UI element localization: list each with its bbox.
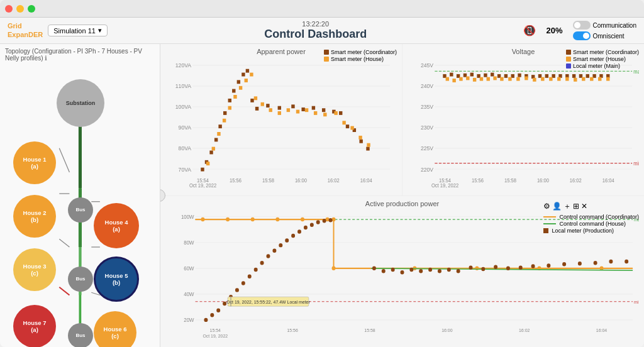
node-house1[interactable]: House 1 (a) [13, 141, 56, 184]
svg-rect-147 [590, 77, 593, 81]
svg-rect-61 [228, 106, 231, 110]
grid-icon[interactable]: ⊞ [573, 202, 579, 211]
svg-line-6 [59, 148, 69, 172]
svg-rect-148 [598, 77, 601, 81]
svg-point-173 [251, 217, 255, 221]
omniscient-toggle-row[interactable]: Omniscient [573, 31, 636, 40]
svg-rect-36 [218, 124, 221, 128]
omniscient-toggle[interactable] [573, 31, 591, 40]
close-button[interactable] [5, 5, 13, 13]
svg-rect-104 [450, 73, 453, 77]
svg-rect-63 [239, 86, 242, 90]
bottom-charts-row: Active production power ⚙ 👤 ＋ ⊞ ✕ Contr [160, 196, 644, 348]
node-house3[interactable]: House 3 (c) [13, 248, 56, 291]
chart-actions: ⚙ 👤 ＋ ⊞ ✕ [543, 201, 639, 212]
plus-icon[interactable]: ＋ [564, 201, 571, 212]
svg-text:max voltage: max voltage [633, 69, 639, 74]
node-bus3[interactable]: Bus [68, 323, 93, 347]
svg-rect-57 [206, 162, 209, 165]
svg-point-199 [297, 229, 301, 233]
svg-rect-129 [452, 79, 455, 82]
svg-text:245V: 245V [421, 62, 433, 69]
svg-text:90VA: 90VA [179, 124, 192, 131]
node-house4[interactable]: House 4 (a) [94, 203, 139, 248]
svg-rect-128 [446, 77, 449, 81]
svg-point-224 [594, 260, 597, 264]
svg-point-177 [332, 217, 336, 221]
svg-point-175 [301, 217, 304, 221]
communication-toggle-row[interactable]: Communication [573, 21, 636, 30]
svg-text:16:00: 16:00 [537, 178, 549, 184]
legend-p-coordinator: Control command (Coordinator) [543, 214, 639, 220]
svg-point-211 [428, 267, 432, 271]
svg-rect-56 [366, 147, 369, 151]
svg-point-180 [475, 266, 479, 270]
svg-rect-118 [545, 74, 548, 78]
svg-rect-146 [582, 77, 585, 81]
node-house5[interactable]: House 5 (b) [94, 256, 139, 302]
svg-point-217 [494, 265, 497, 268]
communication-toggle[interactable] [573, 21, 591, 30]
legend-v-house-icon [566, 57, 571, 62]
legend-coordinator-icon [324, 50, 329, 55]
node-bus1[interactable]: Bus [68, 197, 93, 223]
svg-text:16:04: 16:04 [596, 328, 607, 333]
header-center: 13:22:20 Control Dashboard [264, 20, 367, 41]
header: Grid ExpanDER Simulation 11 ▾ 13:22:20 C… [0, 18, 644, 44]
svg-point-178 [332, 266, 336, 270]
simulation-button[interactable]: Simulation 11 ▾ [48, 25, 108, 36]
svg-text:16:02: 16:02 [519, 328, 530, 333]
maximize-button[interactable] [28, 5, 35, 13]
svg-point-208 [401, 270, 404, 274]
minimize-button[interactable] [16, 5, 24, 13]
svg-point-189 [235, 288, 239, 292]
svg-text:min voltage: min voltage [633, 161, 639, 167]
legend-p-house-line [543, 223, 556, 224]
node-substation[interactable]: Substation [57, 79, 104, 127]
svg-text:100W: 100W [181, 214, 194, 219]
svg-rect-75 [334, 111, 337, 115]
settings-icon[interactable]: ⚙ [543, 202, 550, 211]
legend-v-house: Smart meter (House) [566, 56, 639, 62]
svg-rect-74 [323, 113, 326, 116]
svg-point-197 [285, 238, 289, 242]
legend-house-icon [324, 57, 329, 62]
svg-point-209 [409, 267, 413, 271]
svg-point-221 [547, 263, 550, 267]
svg-rect-53 [346, 124, 349, 128]
node-bus2[interactable]: Bus [68, 267, 93, 292]
svg-rect-60 [223, 119, 226, 123]
svg-rect-48 [301, 107, 304, 111]
svg-point-213 [447, 267, 451, 271]
svg-text:240V: 240V [421, 83, 433, 89]
node-house2[interactable]: House 2 (b) [13, 195, 56, 238]
svg-text:16:00: 16:00 [441, 328, 452, 333]
logo: Grid ExpanDER [8, 22, 43, 38]
svg-rect-72 [305, 108, 308, 112]
topology-title: Topology (Configuration - PI 3Ph - 7 Hou… [0, 48, 160, 65]
svg-rect-149 [606, 77, 609, 81]
svg-text:min power: min power [634, 299, 639, 304]
svg-rect-114 [518, 74, 521, 77]
svg-text:20W: 20W [184, 317, 194, 322]
svg-rect-49 [312, 106, 315, 110]
percent-value: 20% [546, 26, 562, 35]
svg-text:Oct 19, 2022: Oct 19, 2022 [203, 333, 228, 338]
svg-text:15:56: 15:56 [230, 178, 242, 184]
svg-rect-44 [255, 107, 258, 111]
apparent-power-chart: Apparent power Smart meter (Coordinator)… [160, 44, 402, 196]
svg-rect-107 [470, 73, 474, 77]
close-chart-icon[interactable]: ✕ [581, 202, 587, 211]
svg-text:16:02: 16:02 [328, 178, 340, 184]
user-icon[interactable]: 👤 [552, 202, 562, 211]
omniscient-label: Omniscient [593, 33, 625, 40]
svg-point-216 [481, 267, 485, 270]
titlebar [0, 0, 644, 18]
svg-rect-39 [232, 89, 235, 93]
legend-v-coordinator-icon [566, 50, 571, 55]
svg-rect-34 [209, 151, 213, 155]
node-house7[interactable]: House 7 (a) [13, 305, 56, 347]
svg-point-205 [372, 266, 376, 270]
svg-text:230V: 230V [421, 124, 433, 131]
svg-point-190 [242, 281, 245, 285]
